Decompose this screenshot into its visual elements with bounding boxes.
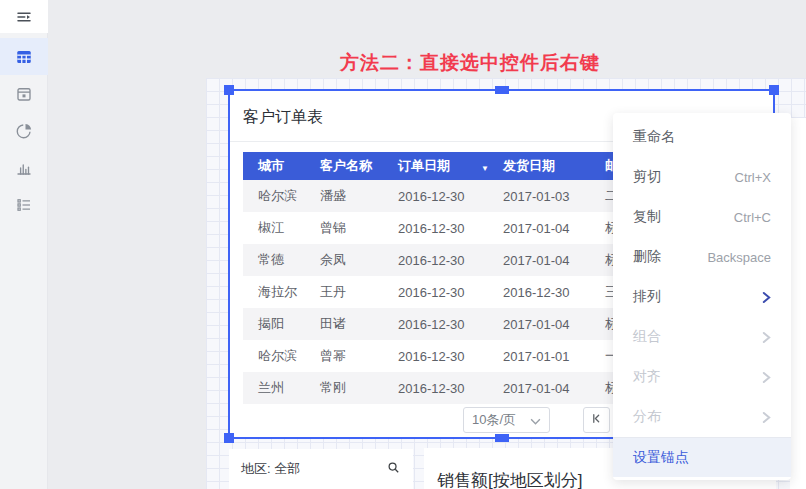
cell-customer: 常刚: [320, 379, 398, 397]
filter-label: 地区: 全部: [241, 460, 300, 478]
context-menu: 重命名 剪切 Ctrl+X 复制 Ctrl+C 删除 Backspace 排列 …: [613, 113, 791, 480]
sidebar-item-collapse[interactable]: [0, 0, 48, 33]
cell-order-date: 2016-12-30: [398, 349, 503, 364]
page-size-value: 10条/页: [472, 411, 516, 429]
cell-city: 椒江: [258, 219, 320, 237]
cell-city: 海拉尔: [258, 283, 320, 301]
page-size-select[interactable]: 10条/页: [463, 407, 550, 433]
cell-customer: 王丹: [320, 283, 398, 301]
pie-chart-icon: [15, 122, 33, 140]
menu-item-copy[interactable]: 复制 Ctrl+C: [613, 197, 791, 237]
menu-item-label: 对齐: [633, 368, 661, 386]
cell-ship-date: 2017-01-01: [503, 349, 605, 364]
menu-item-distribute[interactable]: 分布: [613, 397, 791, 437]
menu-item-label: 设置锚点: [633, 449, 689, 467]
sidebar-item-pie-chart[interactable]: [0, 112, 48, 149]
cell-order-date: 2016-12-30: [398, 253, 503, 268]
sidebar-nav: [0, 38, 47, 223]
cell-city: 揭阳: [258, 315, 320, 333]
menu-item-rename[interactable]: 重命名: [613, 117, 791, 157]
cell-ship-date: 2017-01-04: [503, 381, 605, 396]
cell-ship-date: 2017-01-04: [503, 317, 605, 332]
chevron-down-icon: [530, 413, 541, 428]
menu-item-delete[interactable]: 删除 Backspace: [613, 237, 791, 277]
sort-desc-icon[interactable]: [481, 159, 489, 174]
cell-customer: 曾锦: [320, 219, 398, 237]
submenu-arrow-icon: [762, 411, 771, 424]
first-page-icon: [590, 411, 603, 429]
cell-customer: 佘凤: [320, 251, 398, 269]
menu-item-label: 排列: [633, 288, 661, 306]
page-title: 方法二：直接选中控件后右键: [240, 50, 700, 76]
bar-chart-icon: [15, 159, 33, 177]
menu-item-label: 复制: [633, 208, 661, 226]
column-header-customer[interactable]: 客户名称: [320, 157, 398, 175]
cell-customer: 潘盛: [320, 187, 398, 205]
sidebar-item-bar-chart[interactable]: [0, 149, 48, 186]
chart-title: 销售额[按地区划分]: [437, 469, 582, 489]
sidebar-item-table[interactable]: [0, 38, 48, 75]
menu-item-label: 分布: [633, 408, 661, 426]
table-icon: [15, 48, 33, 66]
partial-widget-right: [790, 118, 806, 489]
menu-item-cut[interactable]: 剪切 Ctrl+X: [613, 157, 791, 197]
cell-city: 常德: [258, 251, 320, 269]
cell-ship-date: 2017-01-03: [503, 189, 605, 204]
submenu-arrow-icon: [762, 371, 771, 384]
column-header-order-date[interactable]: 订单日期: [398, 157, 503, 175]
sidebar-item-calendar[interactable]: [0, 75, 48, 112]
submenu-arrow-icon: [762, 331, 771, 344]
menu-item-label: 剪切: [633, 168, 661, 186]
cell-order-date: 2016-12-30: [398, 189, 503, 204]
cell-order-date: 2016-12-30: [398, 285, 503, 300]
menu-item-set-anchor[interactable]: 设置锚点: [613, 437, 791, 477]
cell-order-date: 2016-12-30: [398, 317, 503, 332]
sidebar: [0, 0, 48, 489]
menu-item-align[interactable]: 对齐: [613, 357, 791, 397]
menu-item-shortcut: Backspace: [707, 250, 771, 265]
sidebar-item-list[interactable]: [0, 186, 48, 223]
menu-item-label: 删除: [633, 248, 661, 266]
menu-item-arrange[interactable]: 排列: [613, 277, 791, 317]
first-page-button[interactable]: [583, 407, 610, 433]
region-filter-widget[interactable]: 地区: 全部: [229, 449, 413, 489]
collapse-menu-icon: [15, 8, 33, 26]
cell-order-date: 2016-12-30: [398, 221, 503, 236]
menu-item-label: 重命名: [633, 128, 675, 146]
search-icon[interactable]: [386, 460, 401, 479]
column-header-ship-date[interactable]: 发货日期: [503, 157, 605, 175]
cell-city: 兰州: [258, 379, 320, 397]
calendar-icon: [15, 85, 33, 103]
cell-ship-date: 2017-01-04: [503, 253, 605, 268]
cell-city: 哈尔滨: [258, 187, 320, 205]
menu-item-label: 组合: [633, 328, 661, 346]
cell-city: 哈尔滨: [258, 347, 320, 365]
column-header-city[interactable]: 城市: [258, 157, 320, 175]
cell-customer: 曾幂: [320, 347, 398, 365]
menu-item-shortcut: Ctrl+C: [734, 210, 771, 225]
cell-ship-date: 2017-01-04: [503, 221, 605, 236]
submenu-arrow-icon: [762, 291, 771, 304]
menu-item-shortcut: Ctrl+X: [735, 170, 771, 185]
cell-ship-date: 2016-12-30: [503, 285, 605, 300]
column-header-label: 订单日期: [398, 157, 450, 175]
menu-item-group[interactable]: 组合: [613, 317, 791, 357]
cell-customer: 田诸: [320, 315, 398, 333]
list-icon: [15, 196, 33, 214]
cell-order-date: 2016-12-30: [398, 381, 503, 396]
